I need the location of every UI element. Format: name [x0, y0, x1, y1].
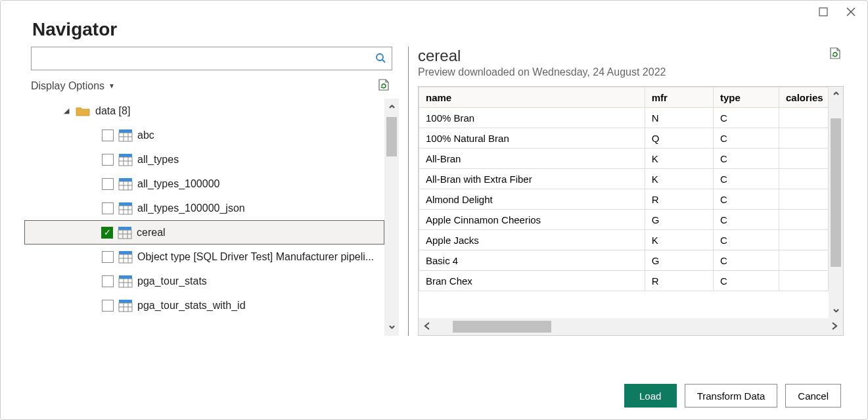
table-cell: K [645, 230, 713, 250]
table-cell: C [713, 149, 779, 169]
table-cell [779, 271, 828, 291]
table-cell: C [713, 108, 779, 128]
table-row[interactable]: All-Bran with Extra FiberKC [419, 169, 829, 189]
column-header[interactable]: mfr [645, 87, 713, 108]
tree-item[interactable]: all_types_100000 [24, 172, 384, 196]
checkbox[interactable] [102, 202, 114, 214]
preview-subtitle: Preview downloaded on Wednesday, 24 Augu… [418, 66, 666, 78]
table-row[interactable]: 100% Natural BranQC [419, 128, 829, 149]
table-cell: Basic 4 [419, 250, 645, 271]
table-row[interactable]: Almond DelightRC [419, 189, 829, 210]
tree-item[interactable]: Object type [SQL Driver Test] Manufactur… [24, 245, 384, 269]
table-cell: 100% Bran [419, 108, 645, 128]
scroll-up-icon[interactable]: ⌃ [387, 103, 397, 117]
scroll-right-icon[interactable] [830, 320, 839, 334]
checkbox[interactable] [102, 178, 114, 190]
load-button-label: Load [639, 390, 661, 402]
table-cell: C [713, 250, 779, 271]
scrollbar-thumb[interactable] [831, 118, 841, 267]
svg-rect-0 [819, 8, 827, 16]
table-cell: C [713, 189, 779, 210]
table-cell [779, 230, 828, 250]
table-cell [779, 250, 828, 271]
svg-rect-40 [119, 300, 132, 303]
table-cell: C [713, 128, 779, 149]
cancel-button-label: Cancel [798, 390, 829, 402]
checkbox[interactable] [102, 154, 114, 166]
table-cell [779, 189, 828, 210]
table-row[interactable]: Bran ChexRC [419, 271, 829, 291]
grid-horizontal-scrollbar[interactable] [419, 318, 843, 335]
maximize-icon[interactable] [817, 6, 829, 18]
checkbox[interactable] [102, 129, 114, 141]
table-cell: 100% Natural Bran [419, 128, 645, 149]
table-icon [119, 129, 132, 141]
folder-icon [76, 105, 90, 117]
display-options-dropdown[interactable]: Display Options ▼ [31, 80, 115, 92]
tree-folder-root[interactable]: ◢ data [8] [24, 99, 384, 123]
caret-down-icon[interactable]: ◢ [64, 106, 70, 115]
table-cell: C [713, 230, 779, 250]
table-cell: All-Bran with Extra Fiber [419, 169, 645, 189]
preview-title: cereal [418, 47, 666, 65]
scrollbar-thumb[interactable] [386, 117, 397, 156]
column-header[interactable]: name [419, 87, 645, 108]
tree-item[interactable]: ✓cereal [24, 220, 384, 245]
table-cell [779, 128, 828, 149]
tree-item[interactable]: all_types [24, 147, 384, 172]
vertical-divider [408, 47, 409, 336]
checkbox[interactable]: ✓ [101, 227, 113, 239]
table-row[interactable]: Apple Cinnamon CheeriosGC [419, 210, 829, 230]
display-options-label: Display Options [31, 80, 104, 92]
tree-item[interactable]: all_types_100000_json [24, 196, 384, 220]
search-input-wrapper[interactable] [31, 47, 392, 70]
scroll-down-icon[interactable]: ⌄ [387, 317, 397, 332]
scrollbar-thumb[interactable] [453, 321, 551, 333]
tree-vertical-scrollbar[interactable]: ⌃ ⌄ [384, 99, 399, 336]
tree-item-label: all_types [137, 154, 179, 166]
scroll-left-icon[interactable] [423, 320, 432, 334]
grid-vertical-scrollbar[interactable]: ⌃ ⌄ [829, 87, 843, 318]
search-icon[interactable] [375, 52, 386, 66]
tree-item-label: pga_tour_stats [137, 275, 207, 287]
checkbox[interactable] [102, 300, 114, 312]
table-icon [119, 275, 132, 287]
search-input[interactable] [37, 53, 375, 64]
svg-point-3 [377, 54, 383, 60]
tree-item[interactable]: pga_tour_stats [24, 269, 384, 293]
tree-item-label: pga_tour_stats_with_id [137, 300, 246, 312]
column-header[interactable]: calories [779, 87, 828, 108]
svg-rect-25 [118, 227, 131, 230]
table-row[interactable]: All-BranKC [419, 149, 829, 169]
table-row[interactable]: Apple JacksKC [419, 230, 829, 250]
checkbox[interactable] [102, 251, 114, 263]
table-row[interactable]: Basic 4GC [419, 250, 829, 271]
svg-rect-15 [119, 178, 132, 181]
table-cell [779, 108, 828, 128]
table-cell: N [645, 108, 713, 128]
table-cell: C [713, 210, 779, 230]
refresh-file-icon[interactable] [378, 78, 390, 93]
table-cell: C [713, 271, 779, 291]
table-cell: K [645, 169, 713, 189]
transform-data-button[interactable]: Transform Data [685, 384, 778, 408]
table-row[interactable]: 100% BranNC [419, 108, 829, 128]
close-icon[interactable] [845, 6, 857, 18]
checkbox[interactable] [102, 275, 114, 287]
tree-item[interactable]: pga_tour_stats_with_id [24, 293, 384, 317]
scroll-down-icon[interactable]: ⌄ [831, 301, 841, 315]
tree-item-label: abc [137, 129, 154, 141]
load-button[interactable]: Load [624, 384, 677, 408]
cancel-button[interactable]: Cancel [785, 384, 841, 408]
column-header[interactable]: type [713, 87, 779, 108]
table-cell: All-Bran [419, 149, 645, 169]
table-icon [119, 178, 132, 190]
table-cell [779, 210, 828, 230]
tree-item[interactable]: abc [24, 123, 384, 147]
table-icon [119, 251, 132, 263]
table-cell: G [645, 250, 713, 271]
refresh-preview-icon[interactable] [829, 47, 841, 62]
tree-root-label: data [8] [95, 105, 130, 117]
scroll-up-icon[interactable]: ⌃ [831, 89, 841, 104]
table-cell: R [645, 189, 713, 210]
